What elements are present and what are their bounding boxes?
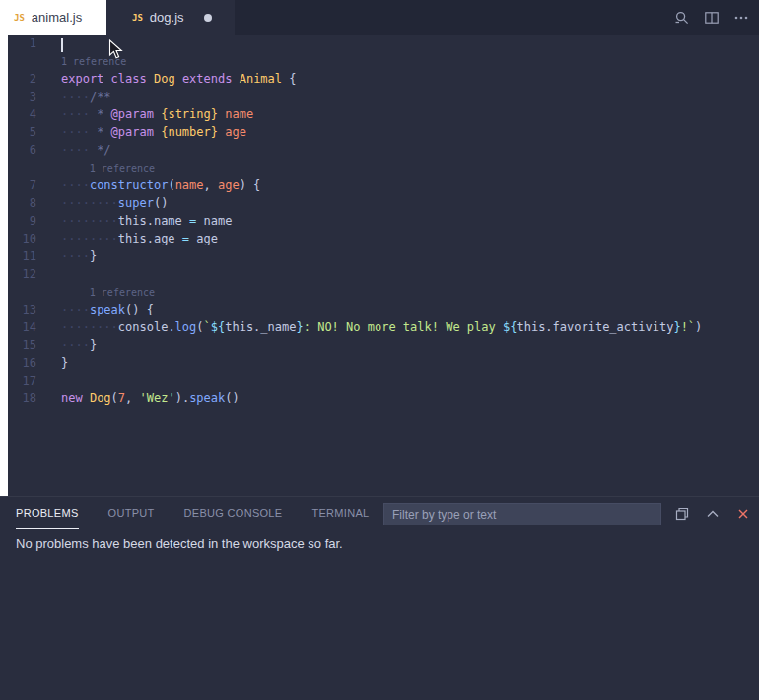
code-token: {number}: [161, 125, 218, 139]
line-number: 14: [8, 318, 36, 336]
code-token: 'Wez': [140, 391, 175, 405]
code-line[interactable]: 12: [8, 265, 759, 283]
tab-dog-js[interactable]: JS dog.js: [106, 0, 235, 35]
maximize-panel-icon[interactable]: [705, 506, 721, 522]
code-line[interactable]: 9········this.name = name: [8, 212, 759, 230]
code-editor[interactable]: 11 reference2export class Dog extends An…: [8, 35, 759, 496]
code-token: (): [225, 391, 239, 405]
code-token: [147, 72, 154, 86]
line-number: 1: [8, 35, 36, 52]
line-number: 15: [8, 336, 36, 354]
panel-header: PROBLEMSOUTPUTDEBUG CONSOLETERMINAL: [0, 497, 759, 529]
code-token: this._name: [225, 320, 296, 334]
panel-tab-output[interactable]: OUTPUT: [108, 497, 155, 529]
code-token: ): [175, 391, 182, 405]
codelens-row[interactable]: 1 reference: [8, 283, 759, 301]
panel-tab-debug-console[interactable]: DEBUG CONSOLE: [184, 497, 283, 529]
codelens-row[interactable]: 1 reference: [8, 159, 759, 176]
code-token: name: [196, 214, 232, 228]
code-token: @param: [111, 125, 154, 139]
code-token: ····: [61, 249, 90, 263]
editor-actions: [674, 0, 759, 35]
code-line[interactable]: 7····constructor(name, age) {: [8, 176, 759, 194]
line-number: 4: [8, 105, 36, 123]
code-token: @param: [111, 107, 154, 121]
code-token: constructor: [90, 178, 168, 192]
editor-tab-bar: JS animal.js JS dog.js: [0, 0, 759, 35]
code-token: `: [204, 320, 211, 334]
code-token: */: [90, 143, 111, 157]
code-line[interactable]: 5···· * @param {number} age: [8, 123, 759, 141]
code-line[interactable]: 14········console.log(`${this._name}: NO…: [8, 318, 759, 336]
codelens-reference[interactable]: 1 reference: [90, 283, 155, 302]
code-token: ····: [61, 303, 90, 316]
code-line[interactable]: 13····speak() {: [8, 301, 759, 318]
code-token: ····: [61, 90, 90, 104]
code-token: {string}: [161, 107, 218, 121]
line-number: 9: [8, 212, 36, 230]
code-line[interactable]: 16}: [8, 354, 759, 372]
code-line[interactable]: 15····}: [8, 336, 759, 354]
tab-label: dog.js: [150, 10, 184, 25]
js-file-icon: JS: [132, 13, 143, 23]
unsaved-changes-dot[interactable]: [204, 14, 212, 22]
left-margin: [0, 0, 8, 496]
code-token: ····: [61, 107, 90, 121]
open-in-editor-icon[interactable]: [674, 506, 690, 522]
code-line[interactable]: 8········super(): [8, 194, 759, 212]
panel-tab-terminal[interactable]: TERMINAL: [311, 497, 369, 529]
problems-filter-input[interactable]: [383, 503, 661, 525]
code-token: ········: [61, 232, 118, 245]
code-token: ): [695, 320, 702, 334]
code-token: ${: [211, 320, 225, 334]
code-line[interactable]: 18new Dog(7, 'Wez').speak(): [8, 389, 759, 407]
panel-tabs: PROBLEMSOUTPUTDEBUG CONSOLETERMINAL: [16, 497, 398, 529]
close-panel-icon[interactable]: [735, 506, 751, 522]
code-token: (: [111, 391, 118, 405]
code-line[interactable]: 17: [8, 372, 759, 389]
line-number: 18: [8, 389, 36, 407]
tab-animal-js[interactable]: JS animal.js: [0, 0, 106, 35]
code-token: *: [90, 107, 111, 121]
code-token: Animal: [240, 72, 282, 86]
line-number: 16: [8, 354, 36, 372]
code-token: speak: [189, 391, 225, 405]
line-number: [8, 52, 36, 70]
code-token: class: [111, 72, 147, 86]
line-number: 5: [8, 123, 36, 141]
code-token: age: [225, 125, 246, 139]
code-line[interactable]: 2export class Dog extends Animal {: [8, 70, 759, 88]
code-token: name: [225, 107, 253, 121]
code-line[interactable]: 3····/**: [8, 88, 759, 105]
find-references-icon[interactable]: [674, 10, 690, 26]
code-token: ········: [61, 214, 118, 228]
codelens-reference[interactable]: 1 reference: [90, 159, 155, 177]
code-token: ,: [204, 178, 218, 192]
code-line[interactable]: 11····}: [8, 247, 759, 265]
code-token: name: [175, 178, 204, 192]
code-token: *: [90, 125, 111, 139]
js-file-icon: JS: [14, 13, 25, 23]
line-number: 7: [8, 176, 36, 194]
code-token: .: [168, 320, 174, 334]
panel-tab-problems[interactable]: PROBLEMS: [16, 497, 79, 529]
code-line[interactable]: 10········this.age = age: [8, 230, 759, 247]
code-token: (: [168, 178, 174, 192]
code-token: extends: [182, 72, 233, 86]
code-token: console: [118, 320, 169, 334]
code-token: (): [154, 196, 168, 210]
code-token: : NO! No more talk! We play: [304, 320, 503, 334]
code-token: age: [218, 178, 240, 192]
code-line[interactable]: 1: [8, 35, 759, 52]
code-token: () {: [125, 303, 154, 316]
codelens-row[interactable]: 1 reference: [8, 52, 759, 70]
code-line[interactable]: 4···· * @param {string} name: [8, 105, 759, 123]
vscode-window: JS animal.js JS dog.js 11 reference2expo…: [0, 0, 759, 700]
more-actions-icon[interactable]: [733, 10, 749, 26]
line-number: 17: [8, 372, 36, 389]
split-editor-icon[interactable]: [704, 10, 720, 26]
code-token: ,: [125, 391, 139, 405]
code-token: age: [189, 232, 218, 245]
codelens-reference[interactable]: 1 reference: [61, 52, 126, 71]
code-line[interactable]: 6···· */: [8, 141, 759, 159]
